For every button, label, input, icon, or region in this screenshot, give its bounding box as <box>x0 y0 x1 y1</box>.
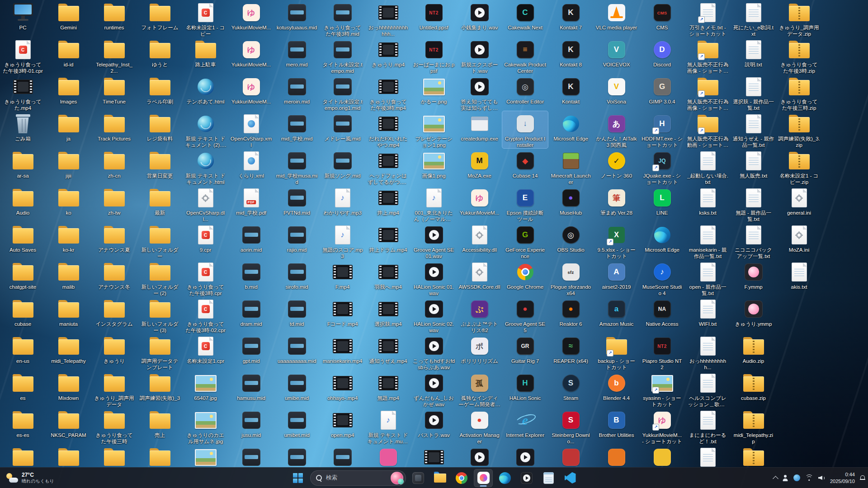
desktop-icon[interactable]: manisekarin - 親作品一覧.txt <box>685 222 731 259</box>
desktop-icon[interactable]: ↗無人販売不正行為画像 - ショートカット <box>685 74 731 111</box>
desktop-icon[interactable]: EEpson 接続診断ツール <box>502 185 548 222</box>
desktop-icon[interactable]: きゅうり.mp4 <box>365 37 411 74</box>
desktop-icon[interactable]: KKontakt 8 <box>548 37 594 74</box>
desktop-icon[interactable]: ヘルスコンプレッション＿歌詞.txt <box>685 371 731 408</box>
desktop-icon[interactable]: きゅうり.ymmp <box>731 296 776 333</box>
desktop-icon[interactable]: PC <box>0 0 46 37</box>
desktop-icon[interactable]: くらり.xml <box>228 148 274 185</box>
desktop-icon[interactable]: ↗万引きメモ.txt - ショートカット <box>685 0 731 37</box>
desktop-icon[interactable]: バストラ.wav <box>411 408 457 445</box>
desktop-icon[interactable]: WIFI.txt <box>685 296 731 333</box>
taskbar-media-player-button[interactable] <box>517 469 536 487</box>
desktop-icon[interactable]: ゆYukkuriMovieM... <box>228 37 274 74</box>
desktop-icon[interactable]: ↗backup - ショートカット <box>594 333 639 371</box>
desktop-icon[interactable]: midi_Telepathy.zip <box>731 408 776 445</box>
desktop-icon[interactable] <box>457 445 502 468</box>
desktop-icon[interactable]: 通知うぜえ - 親作品一覧.txt <box>731 111 776 148</box>
desktop-icon[interactable]: Images <box>46 74 91 111</box>
desktop-icon[interactable]: ◎Controller Editor <box>502 74 548 111</box>
desktop-icon[interactable]: DDiscord <box>639 37 685 74</box>
desktop-icon[interactable]: 新しいフォルダー <box>137 222 183 259</box>
desktop-icon[interactable]: ↗無人販売不正行為動画 - ショートカット <box>685 111 731 148</box>
desktop-icon[interactable]: mid_学校musa.mid <box>274 148 320 185</box>
taskbar-notepad-button[interactable] <box>539 469 558 487</box>
desktop-icon[interactable]: ●Activation Manager <box>457 408 502 445</box>
desktop-icon[interactable]: rajio.mid <box>274 222 320 259</box>
desktop-icon[interactable]: 調声練習(失敗)_3 <box>137 371 183 408</box>
desktop-icon[interactable]: NANative Access <box>639 296 685 333</box>
desktop-icon[interactable] <box>46 445 91 468</box>
desktop-icon[interactable] <box>274 445 320 468</box>
desktop-icon[interactable]: createdump.exe <box>457 111 502 148</box>
desktop-icon[interactable]: だれだFXいれたやつ.mp4 <box>365 111 411 148</box>
taskbar-clipchamp-button[interactable] <box>474 469 493 487</box>
desktop-icon[interactable]: jusu.mid <box>228 408 274 445</box>
desktop-icon[interactable]: es-es <box>0 408 46 445</box>
desktop-icon[interactable]: ♪無題のスコア.mp3 <box>320 222 365 259</box>
desktop-icon[interactable]: midi_Telepathy <box>46 333 91 371</box>
desktop-icon[interactable]: きゅうり食ってた午後3時.mp4 <box>365 74 411 111</box>
desktop-icon[interactable]: 新しいフォルダー (2) <box>137 259 183 296</box>
desktop-icon[interactable]: きゅうり食ってた午後三時.zip <box>776 74 822 111</box>
desktop-icon[interactable]: H↗HDDFMT.exe - ショートカット <box>639 111 685 148</box>
desktop-icon[interactable]: ♪わかりやす.mp3 <box>320 185 365 222</box>
desktop-icon[interactable]: 井上ドラム.mp4 <box>365 222 411 259</box>
desktop-icon[interactable]: 小銭集まり.wav <box>457 0 502 37</box>
desktop-icon[interactable] <box>548 445 594 468</box>
desktop-icon[interactable]: C9.cpr <box>183 222 228 259</box>
desktop-icon[interactable] <box>731 445 776 468</box>
hidden-icons-chevron[interactable] <box>774 475 778 481</box>
desktop-icon[interactable]: レジ袋有料 <box>137 111 183 148</box>
taskbar-photos-button[interactable] <box>409 469 428 487</box>
desktop-icon[interactable]: 通知うぜえ.mp4 <box>365 333 411 371</box>
desktop-icon[interactable]: ●Groove Agent SE 5 <box>502 296 548 333</box>
desktop-icon[interactable]: ゆYukkuriMovieM... <box>228 74 274 111</box>
desktop-icon[interactable]: Track Pictures <box>91 111 137 148</box>
desktop-icon[interactable]: en-us <box>0 333 46 371</box>
desktop-icon[interactable]: akis.txt <box>776 259 822 296</box>
desktop-icon[interactable]: 調声練習(失敗)_3.zip <box>776 111 822 148</box>
desktop-icon[interactable]: 路上駐車 <box>183 37 228 74</box>
desktop-icon[interactable]: ko <box>46 185 91 222</box>
desktop-icon[interactable]: umibet.mid <box>274 408 320 445</box>
desktop-icon[interactable]: きゅうりのカエル用サムネ.jpg <box>183 408 228 445</box>
desktop-icon[interactable]: Cきゅうり食ってた午後3時.cpr <box>183 259 228 296</box>
desktop-icon[interactable]: F.mp4 <box>320 259 365 296</box>
desktop-icon[interactable]: CCakewalk Next <box>502 0 548 37</box>
desktop-icon[interactable]: きゅうり食ってた午後3時.mid <box>320 0 365 37</box>
desktop-icon[interactable]: meroin.mid <box>274 74 320 111</box>
desktop-icon[interactable]: タイトル未設定.tempo.mid <box>320 37 365 74</box>
desktop-icon[interactable]: td.mid <box>274 296 320 333</box>
desktop-icon[interactable]: 調声用データテンプレート <box>137 333 183 371</box>
desktop-icon[interactable]: NKSC_PARAM <box>46 408 91 445</box>
desktop-icon[interactable]: きゅうり食ってた午後三時 <box>91 408 137 445</box>
desktop-icon[interactable] <box>0 445 46 468</box>
desktop-icon[interactable]: X↗9.5.xlsx - ショートカット <box>594 222 639 259</box>
desktop-icon[interactable]: NT2おーばーまにお.ppsf <box>411 37 457 74</box>
desktop-icon[interactable]: jijii <box>46 148 91 185</box>
desktop-icon[interactable]: 売上 <box>137 408 183 445</box>
desktop-icon[interactable]: ↗syasinn - ショートカット <box>639 371 685 408</box>
desktop-icon[interactable]: gpt.mid <box>228 333 274 371</box>
desktop-icon[interactable]: 死にたい_e歌詞.txt <box>731 0 776 37</box>
desktop-icon[interactable]: NT2Untitled.ppsf <box>411 0 457 37</box>
desktop-icon[interactable]: bBlender 4.4 <box>594 371 639 408</box>
desktop-icon[interactable] <box>411 445 457 468</box>
desktop-icon[interactable]: 新規 テキスト ドキュメント.html <box>183 148 228 185</box>
desktop-icon[interactable] <box>137 445 183 468</box>
desktop-icon[interactable]: Microsoft Edge <box>548 111 594 148</box>
desktop-icon[interactable]: 無題 - 親作品一覧.txt <box>731 185 776 222</box>
desktop-icon[interactable]: ぷぷよぷよ™テトリス®2 <box>457 296 502 333</box>
desktop-icon[interactable]: ja <box>46 111 91 148</box>
desktop-icon[interactable]: JQ↗JQuake.exe - ショートカット <box>639 148 685 185</box>
desktop-icon[interactable]: Telepathy_Inst_2... <box>91 37 137 74</box>
desktop-icon[interactable]: 無題.mp4 <box>365 371 411 408</box>
desktop-icon[interactable]: hamusu.mid <box>228 371 274 408</box>
desktop-icon[interactable]: ●MuseHub <box>548 185 594 222</box>
desktop-icon[interactable]: ≈REAPER (x64) <box>548 333 594 371</box>
desktop-icon[interactable]: Audio.zip <box>731 333 776 371</box>
desktop-icon[interactable]: cubase <box>0 296 46 333</box>
desktop-icon[interactable]: PVTNd.mid <box>274 185 320 222</box>
desktop-icon[interactable]: ラベル印刷 <box>137 74 183 111</box>
desktop-icon[interactable]: uaaaaaaaaa.mid <box>274 333 320 371</box>
